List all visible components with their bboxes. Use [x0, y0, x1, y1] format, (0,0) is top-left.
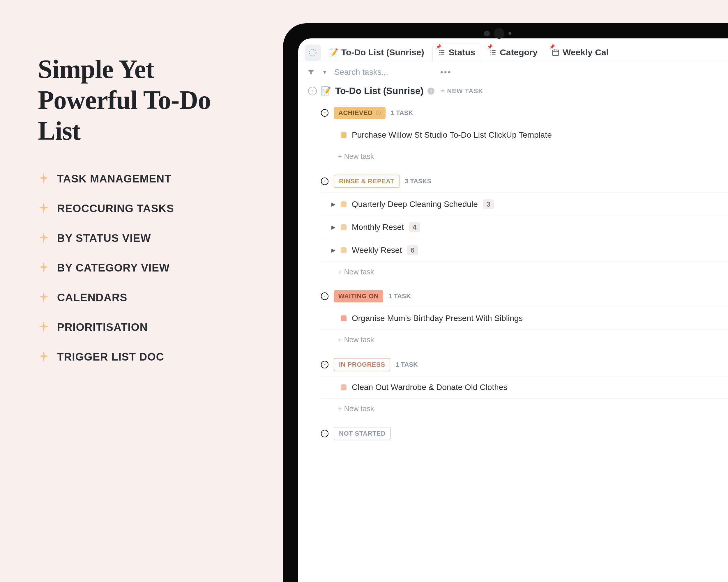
group-header[interactable]: ACHIEVED 1 TASK — [321, 107, 728, 119]
collapse-toggle[interactable] — [321, 430, 329, 437]
task-row[interactable]: ▶ Quarterly Deep Cleaning Schedule 3 — [321, 193, 728, 216]
task-row[interactable]: Organise Mum's Birthday Present With Sib… — [321, 307, 728, 330]
task-title: Quarterly Deep Cleaning Schedule — [352, 200, 478, 209]
status-label: WAITING ON — [338, 293, 379, 300]
task-row[interactable]: ▶ Monthly Reset 4 — [321, 216, 728, 239]
status-group-notstarted: NOT STARTED — [321, 427, 728, 440]
collapse-toggle[interactable] — [321, 177, 329, 185]
new-task-button[interactable]: + New task — [321, 399, 728, 415]
promo-bullet: TRIGGER LIST DOC — [38, 351, 230, 363]
status-square-icon[interactable] — [341, 224, 346, 230]
tab-label: Status — [448, 48, 475, 57]
status-label: ACHIEVED — [338, 109, 373, 117]
promo-bullet: TASK MANAGEMENT — [38, 173, 230, 185]
new-task-button[interactable]: + New task — [321, 262, 728, 278]
tab-category[interactable]: 📌 Category — [484, 43, 544, 62]
pin-icon: 📌 — [487, 44, 493, 50]
chevron-down-icon — [323, 111, 327, 115]
promo-panel: Simple Yet Powerful To-Do List TASK MANA… — [38, 54, 230, 381]
status-label: IN PROGRESS — [339, 361, 385, 368]
chevron-down-icon — [323, 179, 327, 183]
search-input[interactable] — [334, 67, 422, 77]
chevron-down-icon — [323, 363, 327, 367]
camera-icon — [484, 31, 490, 36]
task-row[interactable]: Clean Out Wardrobe & Donate Old Clothes — [321, 376, 728, 399]
status-square-icon[interactable] — [341, 247, 346, 253]
task-row[interactable]: ▶ Weekly Reset 6 — [321, 239, 728, 262]
subtask-count: 6 — [407, 245, 418, 255]
promo-bullet-text: TRIGGER LIST DOC — [57, 351, 164, 363]
promo-bullet: PRIORITISATION — [38, 321, 230, 333]
subtask-count: 4 — [409, 222, 420, 232]
group-header[interactable]: IN PROGRESS 1 TASK — [321, 358, 728, 371]
tab-weekly-cal[interactable]: 📌 Weekly Cal — [546, 43, 615, 62]
group-header[interactable]: NOT STARTED — [321, 427, 728, 440]
promo-bullet: REOCCURING TASKS — [38, 202, 230, 215]
status-group-rinse: RINSE & REPEAT 3 TASKS ▶ Quarterly Deep … — [321, 175, 728, 278]
chevron-down-icon — [323, 432, 327, 436]
calendar-icon — [551, 48, 560, 56]
more-options-icon[interactable]: ••• — [440, 67, 451, 77]
promo-bullet-text: CALENDARS — [57, 292, 127, 304]
task-count: 1 TASK — [395, 361, 418, 368]
task-title: Purchase Willow St Studio To-Do List Cli… — [352, 130, 552, 140]
promo-bullet-text: PRIORITISATION — [57, 321, 148, 333]
task-title: Monthly Reset — [352, 223, 404, 232]
status-chip[interactable]: NOT STARTED — [334, 427, 391, 440]
sensor-icon — [509, 32, 511, 35]
memo-icon: 📝 — [328, 48, 338, 57]
promo-headline: Simple Yet Powerful To-Do List — [38, 54, 230, 147]
list-title: To-Do List (Sunrise) — [335, 86, 423, 96]
chevron-down-icon[interactable]: ▼ — [322, 69, 327, 75]
device-frame: 📝 To-Do List (Sunrise) 📌 Status 📌 Catego… — [283, 23, 728, 582]
device-notch — [484, 28, 511, 39]
group-header[interactable]: RINSE & REPEAT 3 TASKS — [321, 175, 728, 188]
status-chip[interactable]: IN PROGRESS — [334, 358, 390, 371]
promo-bullet-text: BY CATEGORY VIEW — [57, 262, 170, 274]
promo-bullet: CALENDARS — [38, 292, 230, 304]
status-chip[interactable]: RINSE & REPEAT — [334, 175, 399, 188]
expand-caret-icon[interactable]: ▶ — [331, 247, 335, 253]
status-chip[interactable]: WAITING ON — [334, 290, 383, 302]
task-count: 3 TASKS — [405, 177, 431, 185]
list-view-icon — [489, 49, 497, 56]
status-label: NOT STARTED — [339, 430, 386, 437]
status-label: RINSE & REPEAT — [339, 177, 394, 185]
status-chip[interactable]: ACHIEVED — [334, 107, 386, 119]
tab-label: To-Do List (Sunrise) — [341, 48, 424, 57]
collapse-toggle[interactable] — [321, 109, 329, 117]
task-title: Clean Out Wardrobe & Donate Old Clothes — [352, 383, 507, 392]
chevron-down-icon — [323, 294, 327, 298]
task-row[interactable]: Purchase Willow St Studio To-Do List Cli… — [321, 124, 728, 146]
tab-list-title[interactable]: 📝 To-Do List (Sunrise) — [323, 43, 431, 62]
status-square-icon[interactable] — [341, 201, 346, 207]
status-square-icon[interactable] — [341, 315, 346, 321]
status-square-icon[interactable] — [341, 384, 346, 390]
promo-feature-list: TASK MANAGEMENT REOCCURING TASKS BY STAT… — [38, 173, 230, 363]
expand-caret-icon[interactable]: ▶ — [331, 201, 335, 207]
expand-caret-icon[interactable]: ▶ — [331, 224, 335, 230]
svg-point-0 — [310, 49, 316, 56]
new-task-button[interactable]: + New task — [321, 146, 728, 163]
status-square-icon[interactable] — [341, 132, 346, 138]
list-header: 📝 To-Do List (Sunrise) i + NEW TASK — [308, 84, 728, 103]
new-task-button[interactable]: + New task — [321, 330, 728, 346]
task-title: Weekly Reset — [352, 246, 402, 255]
filter-icon[interactable] — [307, 68, 315, 76]
collapse-toggle[interactable] — [308, 87, 317, 95]
task-list-content: 📝 To-Do List (Sunrise) i + NEW TASK ACHI… — [298, 82, 728, 582]
app-screen: 📝 To-Do List (Sunrise) 📌 Status 📌 Catego… — [298, 38, 728, 582]
new-task-button[interactable]: + NEW TASK — [441, 87, 483, 95]
tab-status[interactable]: 📌 Status — [433, 43, 482, 62]
collapse-toggle[interactable] — [321, 293, 329, 300]
sparkle-icon — [38, 292, 50, 304]
collapse-toggle[interactable] — [321, 361, 329, 368]
loading-icon-button[interactable] — [305, 45, 321, 61]
group-header[interactable]: WAITING ON 1 TASK — [321, 290, 728, 302]
task-count: 1 TASK — [391, 109, 413, 117]
sparkle-icon — [38, 322, 50, 333]
info-icon[interactable]: i — [427, 88, 435, 94]
sparkle-icon — [38, 173, 50, 185]
pin-icon: 📌 — [549, 44, 555, 50]
status-group-progress: IN PROGRESS 1 TASK Clean Out Wardrobe & … — [321, 358, 728, 415]
